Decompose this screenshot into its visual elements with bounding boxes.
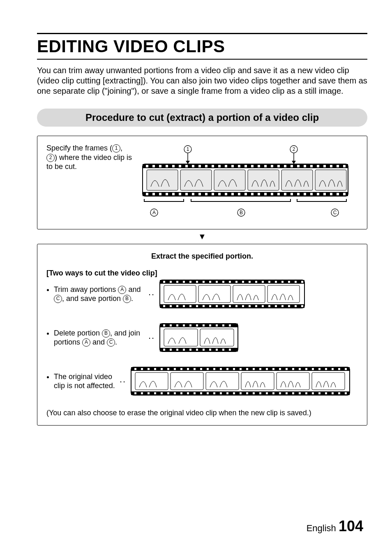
svg-rect-179 xyxy=(253,368,255,370)
svg-rect-25 xyxy=(251,165,254,167)
svg-rect-187 xyxy=(305,368,307,370)
svg-rect-122 xyxy=(275,305,277,307)
svg-rect-176 xyxy=(233,368,235,370)
svg-rect-166 xyxy=(167,368,169,370)
mark-c-icon-2: C xyxy=(107,338,115,347)
two-ways-title: [Two ways to cut the video clip] xyxy=(46,268,358,278)
svg-rect-188 xyxy=(312,368,314,370)
option-trim-diagram xyxy=(158,278,358,310)
option-trim-text: Trim away portions A and C, and save por… xyxy=(54,285,145,303)
svg-rect-53 xyxy=(231,193,234,195)
svg-rect-150 xyxy=(196,349,198,351)
step1-text-pre: Specify the frames ( xyxy=(46,144,112,152)
svg-rect-215 xyxy=(272,392,274,394)
svg-rect-228 xyxy=(171,373,203,390)
svg-rect-115 xyxy=(229,305,231,307)
svg-rect-118 xyxy=(249,305,251,307)
svg-rect-46 xyxy=(185,193,188,195)
svg-rect-24 xyxy=(244,165,247,167)
svg-rect-30 xyxy=(284,165,286,167)
step1-text: Specify the frames (1, 2) where the vide… xyxy=(46,143,133,171)
option-delete-text: Delete portion B, and join portions A an… xyxy=(54,329,145,347)
intro-paragraph: You can trim away unwanted portions from… xyxy=(37,65,367,96)
svg-rect-164 xyxy=(154,368,156,370)
svg-rect-229 xyxy=(206,373,239,390)
svg-rect-152 xyxy=(209,349,211,351)
svg-rect-49 xyxy=(205,193,208,195)
svg-rect-191 xyxy=(332,368,334,370)
svg-rect-161 xyxy=(134,368,136,370)
svg-rect-157 xyxy=(200,329,234,346)
svg-rect-17 xyxy=(198,165,201,167)
step1-diagram: 1 2 xyxy=(138,143,358,222)
svg-rect-184 xyxy=(286,368,288,370)
svg-rect-193 xyxy=(345,368,347,370)
svg-rect-83 xyxy=(163,281,165,283)
svg-rect-29 xyxy=(277,165,280,167)
svg-rect-34 xyxy=(310,165,313,167)
svg-rect-127 xyxy=(164,285,196,303)
svg-rect-172 xyxy=(207,368,209,370)
svg-rect-149 xyxy=(189,349,191,351)
svg-rect-45 xyxy=(179,193,181,195)
svg-rect-209 xyxy=(233,392,235,394)
svg-rect-54 xyxy=(238,193,240,195)
svg-rect-61 xyxy=(284,193,286,195)
svg-rect-167 xyxy=(174,368,176,370)
svg-rect-110 xyxy=(196,305,198,307)
svg-rect-207 xyxy=(220,392,222,394)
svg-rect-36 xyxy=(323,165,326,167)
mark-b-icon: B xyxy=(123,295,131,303)
svg-rect-126 xyxy=(301,305,303,307)
mark-1-icon: 1 xyxy=(112,144,120,153)
svg-rect-190 xyxy=(325,368,327,370)
svg-rect-84 xyxy=(170,281,172,283)
svg-rect-123 xyxy=(281,305,284,307)
down-arrow-icon: ▼ xyxy=(37,232,367,241)
diagram-label-c: C xyxy=(333,210,337,215)
svg-rect-86 xyxy=(183,281,185,283)
svg-rect-173 xyxy=(213,368,215,370)
top-rule xyxy=(37,33,367,34)
svg-rect-106 xyxy=(170,305,172,307)
svg-rect-156 xyxy=(164,329,198,346)
svg-rect-177 xyxy=(240,368,242,370)
svg-rect-39 xyxy=(343,165,346,167)
svg-rect-225 xyxy=(338,392,340,394)
svg-rect-212 xyxy=(253,392,255,394)
svg-rect-145 xyxy=(163,349,165,351)
page-number: 104 xyxy=(339,518,363,534)
svg-rect-120 xyxy=(262,305,264,307)
svg-rect-98 xyxy=(262,281,264,283)
svg-rect-73 xyxy=(214,170,245,190)
svg-rect-87 xyxy=(189,281,191,283)
svg-rect-138 xyxy=(189,324,191,326)
svg-rect-141 xyxy=(209,324,211,326)
svg-rect-64 xyxy=(304,193,306,195)
svg-rect-116 xyxy=(235,305,238,307)
svg-rect-189 xyxy=(318,368,321,370)
svg-rect-71 xyxy=(147,170,178,190)
svg-rect-72 xyxy=(180,170,212,190)
svg-rect-10 xyxy=(152,165,155,167)
svg-rect-62 xyxy=(291,193,293,195)
svg-rect-102 xyxy=(288,281,290,283)
svg-rect-151 xyxy=(203,349,205,351)
svg-rect-55 xyxy=(244,193,247,195)
svg-rect-155 xyxy=(229,349,231,351)
extract-heading: Extract the specified portion. xyxy=(46,252,358,261)
svg-rect-100 xyxy=(275,281,277,283)
mark-b-icon-2: B xyxy=(102,329,110,338)
svg-rect-214 xyxy=(266,392,268,394)
svg-rect-89 xyxy=(203,281,205,283)
page-title: EDITING VIDEO CLIPS xyxy=(37,37,367,56)
svg-rect-113 xyxy=(216,305,218,307)
svg-rect-232 xyxy=(312,373,345,390)
svg-rect-67 xyxy=(323,193,326,195)
svg-rect-88 xyxy=(196,281,198,283)
svg-rect-93 xyxy=(229,281,231,283)
svg-rect-42 xyxy=(159,193,161,195)
svg-rect-19 xyxy=(212,165,214,167)
svg-rect-148 xyxy=(183,349,185,351)
svg-rect-105 xyxy=(163,305,165,307)
